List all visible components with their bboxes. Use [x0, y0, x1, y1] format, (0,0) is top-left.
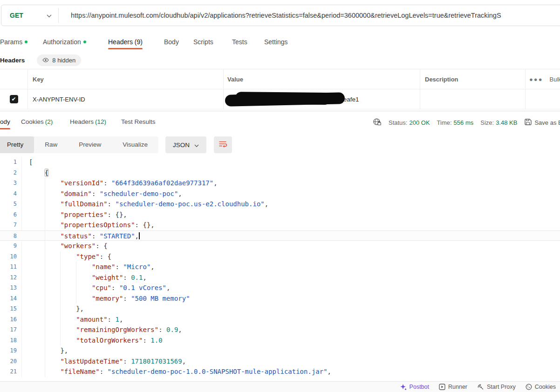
size-badge: Size:3.48 KB — [480, 119, 517, 126]
code-line-content: "lastUpdateTime": 1718017031569, — [60, 356, 186, 367]
indent-guide — [45, 356, 45, 367]
headers-panel-title: Headers — [0, 57, 25, 64]
request-tab-scripts[interactable]: Scripts — [193, 35, 213, 49]
response-tab-cookies[interactable]: Cookies(2) — [21, 115, 53, 128]
view-tab-preview[interactable]: Preview — [68, 136, 112, 153]
footer-start-proxy-button[interactable]: Start Proxy — [477, 384, 516, 391]
token-p: , — [178, 190, 182, 197]
token-s: "Micro" — [123, 263, 150, 270]
request-tabs: ParamsAuthorizationHeaders (9)BodyScript… — [0, 35, 560, 50]
indent-guide — [76, 262, 76, 272]
response-tab-body[interactable]: Body — [0, 115, 10, 128]
token-k: "properties" — [60, 211, 107, 218]
token-k: "workers" — [60, 242, 96, 250]
indent-guide — [45, 272, 45, 283]
column-header-key: Key — [28, 69, 224, 89]
token-p: [ — [29, 158, 33, 166]
response-tab-test-results[interactable]: Test Results — [121, 115, 156, 128]
token-n2: 1.0 — [150, 337, 162, 344]
token-p: : — [123, 274, 131, 281]
request-tab-tests[interactable]: Tests — [232, 35, 247, 49]
method-label: GET — [10, 12, 23, 19]
request-tab-headers-9[interactable]: Headers (9) — [108, 35, 143, 49]
footer-postbot-button[interactable]: Postbot — [400, 384, 429, 391]
indent-guide — [45, 304, 45, 314]
code-line-11: 11"name": "Micro", — [0, 262, 560, 272]
token-k: "cpu" — [92, 284, 111, 291]
footer-item-label: Runner — [448, 384, 467, 390]
request-tab-authorization[interactable]: Authorization — [43, 35, 86, 49]
wrap-text-button[interactable] — [214, 136, 232, 153]
header-enabled-checkbox[interactable] — [10, 95, 18, 103]
footer-cookies-button[interactable]: Cookies — [526, 384, 556, 390]
header-value-cell[interactable]: ceafe1 — [224, 89, 420, 109]
network-globe-lock-icon[interactable] — [373, 118, 382, 128]
request-tab-body[interactable]: Body — [164, 35, 179, 49]
token-p: : — [123, 295, 131, 302]
save-icon — [524, 118, 532, 127]
line-number: 11 — [0, 262, 17, 272]
line-number: 17 — [0, 324, 17, 335]
bulk-edit-button[interactable]: Bulk Edit — [550, 76, 560, 83]
footer-runner-button[interactable]: Runner — [439, 384, 467, 390]
header-description-cell[interactable] — [420, 89, 526, 109]
token-p: : — [108, 316, 116, 323]
code-line-content: "workers": { — [60, 241, 107, 251]
code-line-content: }, — [76, 304, 84, 314]
request-tab-params[interactable]: Params — [0, 35, 27, 49]
url-input[interactable]: https://anypoint.mulesoft.com/cloudhub/a… — [71, 12, 544, 19]
code-line-12: 12"weight": 0.1, — [0, 272, 560, 283]
hidden-headers-toggle[interactable]: 8 hidden — [37, 54, 81, 66]
response-tab-headers[interactable]: Headers(12) — [70, 115, 106, 128]
size-value: 3.48 KB — [496, 119, 517, 126]
chevron-down-icon — [194, 142, 199, 149]
indent-guide — [45, 178, 45, 189]
indent-guide — [45, 293, 45, 304]
chevron-down-icon — [47, 12, 52, 19]
header-key-cell[interactable]: X-ANYPNT-ENV-ID — [28, 89, 224, 109]
indent-guide — [45, 335, 45, 346]
view-tab-pretty[interactable]: Pretty — [0, 136, 34, 153]
token-p: : — [100, 368, 108, 375]
code-line-6: 6"properties": {}, — [0, 210, 560, 220]
method-selector[interactable]: GET — [1, 12, 58, 19]
code-line-content: [ — [29, 157, 33, 168]
code-line-content: "versionId": "664f3d639a6af02dae977317", — [60, 178, 217, 189]
more-actions-icon[interactable]: ●●● — [529, 76, 543, 83]
token-k: "totalOrgWorkers" — [76, 337, 143, 344]
response-view-switcher: PrettyRawPreviewVisualize — [0, 136, 158, 153]
table-actions: ●●● Bulk Edit — [526, 69, 560, 89]
code-line-content: "fullDomain": "scheduler-demo-poc.us-e2.… — [60, 199, 268, 210]
code-line-13: 13"cpu": "0.1 vCores", — [0, 283, 560, 293]
indent-guide — [45, 220, 45, 230]
url-bar[interactable]: GET https://anypoint.mulesoft.com/cloudh… — [1, 5, 560, 26]
response-body-editor[interactable]: 1[2{3"versionId": "664f3d639a6af02dae977… — [0, 157, 560, 378]
request-tab-settings[interactable]: Settings — [264, 35, 288, 49]
line-number: 6 — [0, 210, 17, 220]
token-p: : — [115, 263, 123, 270]
code-line-3: 3"versionId": "664f3d639a6af02dae977317"… — [0, 178, 560, 189]
code-line-15: 15}, — [0, 304, 560, 314]
token-k: "propertiesOptions" — [60, 221, 135, 229]
indent-guide — [60, 293, 61, 304]
token-p: : — [103, 179, 111, 187]
indent-guide — [60, 272, 61, 283]
code-line-10: 10"type": { — [0, 251, 560, 262]
token-p: , — [143, 274, 146, 281]
code-line-content: "remainingOrgWorkers": 0.9, — [76, 324, 182, 335]
format-select[interactable]: JSON — [165, 136, 206, 153]
token-p: }, — [60, 347, 68, 354]
token-n2: 0.9 — [166, 326, 178, 333]
view-tab-raw[interactable]: Raw — [34, 136, 68, 153]
request-tab-label: Authorization — [43, 38, 81, 46]
save-response-button[interactable]: Save as Example — [524, 118, 560, 127]
request-response-divider[interactable] — [0, 111, 560, 111]
response-tab-label: Test Results — [121, 118, 156, 125]
view-tab-visualize[interactable]: Visualize — [112, 136, 158, 153]
code-line-9: 9"workers": { — [0, 241, 560, 251]
code-line-content: "weight": 0.1, — [92, 272, 147, 283]
line-number: 14 — [0, 293, 17, 304]
request-tab-label: Settings — [264, 38, 288, 46]
token-k: "domain" — [60, 190, 91, 197]
active-tab-underline — [0, 128, 10, 129]
